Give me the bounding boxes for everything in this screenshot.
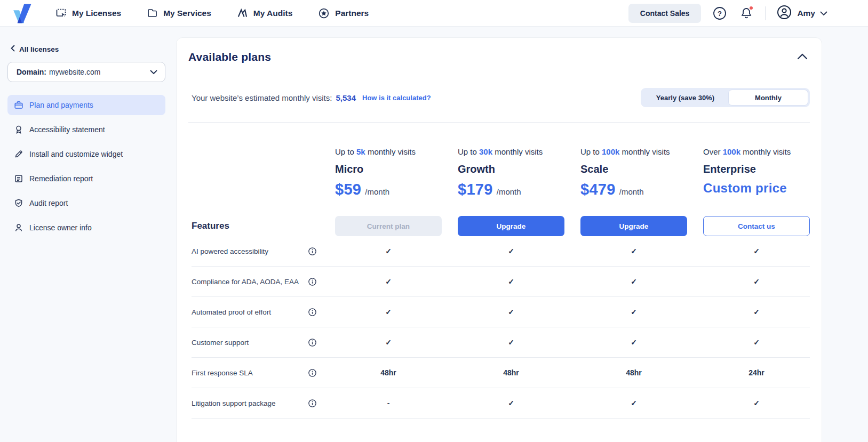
- feature-value: ✓: [335, 277, 442, 286]
- plan-price: $59: [335, 181, 361, 198]
- estimated-visits-value: 5,534: [336, 93, 356, 102]
- feature-value: 48hr: [458, 368, 564, 377]
- nav-label: My Services: [163, 9, 211, 18]
- feature-value: ✓: [580, 308, 687, 316]
- feature-value: 48hr: [335, 368, 442, 377]
- avatar-icon: [776, 4, 792, 22]
- feature-label: Litigation support package: [192, 399, 276, 407]
- document-icon: [14, 174, 23, 183]
- plan-name: Scale: [580, 163, 687, 175]
- sidebar-nav: Plan and payments Accessibility statemen…: [7, 95, 165, 238]
- nav-partners[interactable]: Partners: [318, 7, 369, 19]
- sidebar-item-label: Plan and payments: [29, 101, 93, 109]
- svg-text:?: ?: [718, 10, 722, 18]
- domain-selector[interactable]: Domain: mywebsite.com: [7, 62, 165, 82]
- collapse-chevron-up-icon[interactable]: [795, 51, 810, 63]
- feature-value: ✓: [458, 338, 564, 347]
- feature-value: ✓: [335, 308, 442, 316]
- toggle-monthly[interactable]: Monthly: [728, 90, 808, 106]
- sidebar: All licenses Domain: mywebsite.com Plan …: [0, 27, 176, 442]
- feature-label: Automated proof of effort: [192, 308, 271, 316]
- sidebar-item-label: Audit report: [29, 199, 68, 207]
- estimated-visits-label: Your website’s estimated monthly visits:: [192, 93, 332, 102]
- award-icon: [14, 125, 23, 134]
- upgrade-scale-button[interactable]: Upgrade: [580, 216, 687, 236]
- chevron-left-icon: [11, 45, 15, 53]
- how-calculated-link[interactable]: How is it calculated?: [362, 94, 431, 102]
- licenses-icon: [55, 7, 67, 19]
- upgrade-growth-button[interactable]: Upgrade: [458, 216, 564, 236]
- billing-period-toggle: Yearly (save 30%) Monthly: [641, 88, 810, 107]
- notifications-bell-icon[interactable]: [738, 5, 754, 21]
- section-divider: [188, 122, 810, 123]
- sidebar-item-audit-report[interactable]: Audit report: [7, 193, 165, 213]
- feature-row: Compliance for ADA, AODA, EAA ✓ ✓ ✓ ✓: [192, 267, 810, 297]
- sidebar-item-license-owner-info[interactable]: License owner info: [7, 218, 165, 238]
- nav-my-licenses[interactable]: My Licenses: [55, 7, 121, 19]
- info-icon[interactable]: [308, 277, 317, 286]
- feature-value: ✓: [580, 338, 687, 347]
- user-menu[interactable]: Amy: [776, 4, 827, 22]
- current-plan-button[interactable]: Current plan: [335, 216, 442, 236]
- feature-value: ✓: [458, 277, 564, 286]
- info-icon[interactable]: [308, 247, 317, 256]
- info-icon[interactable]: [308, 368, 317, 377]
- plan-price: Custom price: [703, 181, 787, 196]
- feature-value: ✓: [703, 247, 810, 255]
- domain-label: Domain:: [17, 68, 46, 76]
- feature-value: ✓: [335, 338, 442, 347]
- nav-label: My Audits: [253, 9, 292, 18]
- plan-name: Enterprise: [703, 163, 810, 175]
- toggle-yearly[interactable]: Yearly (save 30%): [642, 90, 728, 106]
- features-heading: Features: [192, 221, 319, 231]
- nav-my-services[interactable]: My Services: [147, 7, 211, 19]
- feature-row: Litigation support package - ✓ ✓ ✓: [192, 388, 810, 419]
- info-icon[interactable]: [308, 399, 317, 408]
- feature-label: AI powered accessibility: [192, 247, 268, 255]
- feature-row: First response SLA 48hr 48hr 48hr 24hr: [192, 358, 810, 388]
- feature-value: ✓: [458, 308, 564, 316]
- feature-label: Compliance for ADA, AODA, EAA: [192, 278, 299, 286]
- plan-column-growth: Up to 30k monthly visits Growth $179/mon…: [458, 147, 564, 200]
- domain-value: mywebsite.com: [49, 68, 100, 76]
- feature-value: ✓: [703, 277, 810, 286]
- sidebar-item-accessibility-statement[interactable]: Accessibility statement: [7, 119, 165, 140]
- nav-my-audits[interactable]: My Audits: [237, 7, 292, 19]
- sidebar-item-plan-and-payments[interactable]: Plan and payments: [7, 95, 165, 115]
- help-icon[interactable]: ?: [712, 5, 728, 21]
- services-icon: [147, 7, 158, 19]
- top-navigation: My Licenses My Services My Audits: [55, 7, 369, 19]
- contact-us-button[interactable]: Contact us: [703, 216, 810, 236]
- plan-column-micro: Up to 5k monthly visits Micro $59/month: [335, 147, 442, 200]
- partners-icon: [318, 7, 330, 19]
- shield-check-icon: [14, 198, 23, 208]
- sidebar-item-label: Install and customize widget: [29, 150, 123, 158]
- audits-icon: [237, 7, 248, 19]
- back-to-all-licenses-link[interactable]: All licenses: [7, 45, 165, 53]
- contact-sales-button[interactable]: Contact Sales: [628, 4, 702, 23]
- user-name: Amy: [797, 9, 815, 18]
- briefcase-icon: [14, 100, 23, 110]
- feature-value: 24hr: [703, 368, 810, 377]
- info-icon[interactable]: [308, 308, 317, 317]
- page-title: Available plans: [188, 51, 271, 63]
- sidebar-item-install-widget[interactable]: Install and customize widget: [7, 144, 165, 164]
- sidebar-item-label: License owner info: [29, 223, 92, 232]
- feature-value: ✓: [580, 399, 687, 407]
- feature-value: ✓: [458, 247, 564, 255]
- nav-label: My Licenses: [72, 9, 121, 18]
- feature-value: ✓: [703, 338, 810, 347]
- feature-value: -: [335, 399, 442, 407]
- brand-logo-icon[interactable]: [10, 1, 34, 26]
- info-icon[interactable]: [308, 338, 317, 347]
- topbar-right: Contact Sales ? Amy: [628, 4, 868, 23]
- plans-table: Up to 5k monthly visits Micro $59/month …: [188, 147, 810, 419]
- topbar-divider: [765, 6, 766, 20]
- feature-label: Customer support: [192, 339, 249, 347]
- sidebar-item-remediation-report[interactable]: Remediation report: [7, 168, 165, 189]
- feature-value: ✓: [458, 399, 564, 407]
- feature-label: First response SLA: [192, 369, 253, 377]
- plan-column-scale: Up to 100k monthly visits Scale $479/mon…: [580, 147, 687, 200]
- back-link-label: All licenses: [19, 45, 59, 53]
- feature-value: 48hr: [580, 368, 687, 377]
